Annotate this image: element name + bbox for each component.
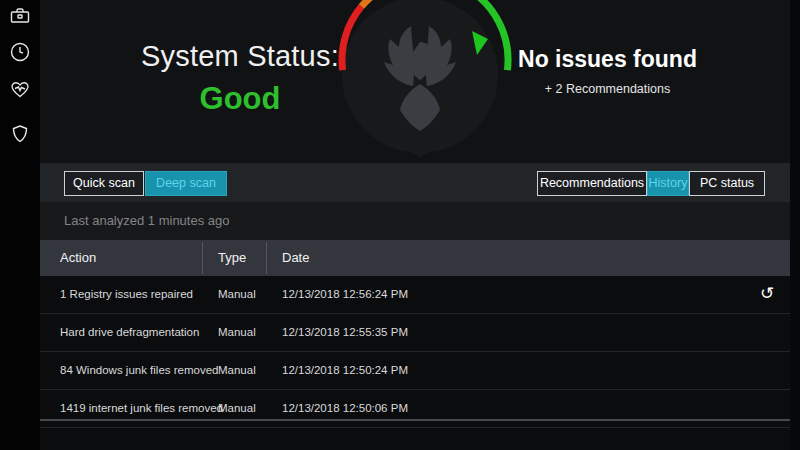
row-type: Manual [218, 390, 256, 427]
column-divider [202, 242, 203, 274]
column-header-action[interactable]: Action [60, 240, 96, 276]
issues-summary-block: No issues found + 2 Recommendations [495, 46, 720, 96]
row-date: 12/13/2018 12:55:35 PM [282, 314, 408, 351]
status-header: System Status: Good No issues found + 2 … [40, 0, 790, 163]
column-divider [266, 242, 267, 274]
undo-icon[interactable]: ↺ [756, 276, 778, 313]
row-action: 84 Windows junk files removed [60, 352, 219, 389]
briefcase-icon[interactable] [8, 4, 32, 28]
system-status-block: System Status: Good [95, 40, 385, 117]
health-heart-icon[interactable] [8, 78, 32, 102]
app-window: System Status: Good No issues found + 2 … [0, 0, 800, 450]
recommendations-count[interactable]: + 2 Recommendations [495, 82, 720, 96]
row-action: 1 Registry issues repaired [60, 276, 193, 313]
row-action: Hard drive defragmentation [60, 314, 199, 351]
right-edge-strip [790, 0, 800, 450]
row-type: Manual [218, 276, 256, 313]
quick-scan-button[interactable]: Quick scan [64, 171, 144, 196]
row-action: 1419 internet junk files removed [60, 390, 223, 427]
last-analyzed-text: Last analyzed 1 minutes ago [40, 202, 790, 240]
table-row[interactable]: 1 Registry issues repaired Manual 12/13/… [40, 276, 790, 314]
shield-icon[interactable] [8, 122, 32, 146]
table-row[interactable]: Hard drive defragmentation Manual 12/13/… [40, 314, 790, 352]
history-table: 1 Registry issues repaired Manual 12/13/… [40, 276, 790, 428]
pc-status-tab[interactable]: PC status [689, 171, 765, 196]
table-row[interactable]: 1419 internet junk files removed Manual … [40, 390, 790, 428]
history-tab[interactable]: History [647, 171, 689, 196]
table-header: Action Type Date [40, 240, 790, 276]
row-date: 12/13/2018 12:56:24 PM [282, 276, 408, 313]
row-date: 12/13/2018 12:50:06 PM [282, 390, 408, 427]
recommendations-tab[interactable]: Recommendations [537, 171, 647, 196]
system-status-value: Good [95, 81, 385, 117]
system-status-label: System Status: [95, 40, 385, 73]
issues-summary-title: No issues found [495, 46, 720, 73]
row-type: Manual [218, 352, 256, 389]
toolbar: Quick scan Deep scan Recommendations His… [40, 163, 790, 202]
deep-scan-button[interactable]: Deep scan [145, 171, 227, 196]
column-header-type[interactable]: Type [218, 240, 246, 276]
sidebar [0, 0, 40, 450]
clock-icon[interactable] [8, 40, 32, 64]
row-date: 12/13/2018 12:50:24 PM [282, 352, 408, 389]
table-row[interactable]: 84 Windows junk files removed Manual 12/… [40, 352, 790, 390]
row-type: Manual [218, 314, 256, 351]
table-bottom-divider [40, 419, 790, 421]
column-header-date[interactable]: Date [282, 240, 309, 276]
